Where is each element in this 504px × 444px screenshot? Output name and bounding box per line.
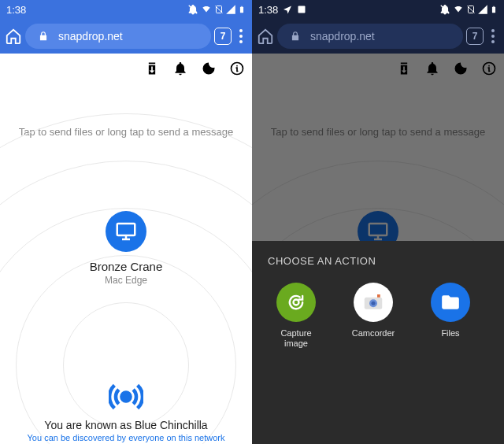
- action-label: Capture image: [268, 328, 324, 349]
- status-bar: 1:38: [0, 0, 252, 19]
- page-content: Tap to send files or long tap to send a …: [252, 54, 504, 444]
- signal-icon: [225, 4, 236, 15]
- svg-rect-8: [492, 7, 495, 13]
- phone-left: 1:38 snapdrop.net 7: [0, 0, 252, 444]
- overflow-menu-icon[interactable]: [235, 29, 247, 43]
- sheet-title: CHOOSE AN ACTION: [268, 255, 488, 267]
- battery-icon: [490, 4, 498, 15]
- url-text: snapdrop.net: [58, 30, 123, 43]
- svg-rect-1: [240, 7, 243, 13]
- footer: You are known as Blue Chinchilla You can…: [0, 379, 252, 444]
- send-icon: [283, 5, 292, 14]
- overflow-menu-icon[interactable]: [487, 29, 499, 43]
- url-bar[interactable]: snapdrop.net: [277, 24, 463, 49]
- url-bar[interactable]: snapdrop.net: [25, 24, 211, 49]
- page-content: Tap to send files or long tap to send a …: [0, 54, 252, 444]
- url-text: snapdrop.net: [310, 30, 375, 43]
- discoverable-text: You can be discovered by everyone on thi…: [0, 433, 252, 442]
- wifi-icon: [452, 4, 465, 15]
- tab-count: 7: [472, 31, 478, 42]
- camcorder-icon: [354, 283, 393, 322]
- signal-icon: [477, 4, 488, 15]
- status-icons: [187, 4, 246, 15]
- action-files[interactable]: Files: [422, 283, 479, 349]
- lock-icon: [35, 28, 52, 45]
- identity-text: You are known as Blue Chinchilla: [0, 419, 252, 431]
- capture-image-icon: [276, 283, 316, 322]
- status-icons: [439, 4, 498, 15]
- svg-rect-16: [377, 294, 380, 298]
- svg-point-12: [294, 300, 299, 305]
- status-bar: 1:38: [252, 0, 504, 19]
- battery-icon: [238, 4, 246, 15]
- bell-off-icon: [439, 4, 450, 15]
- svg-rect-9: [493, 6, 495, 7]
- wifi-icon: [200, 4, 213, 15]
- tab-count-badge[interactable]: 7: [466, 28, 484, 45]
- bell-off-icon: [187, 4, 198, 15]
- status-time: 1:38: [258, 4, 278, 16]
- svg-point-5: [122, 393, 131, 401]
- svg-point-15: [372, 302, 376, 305]
- svg-rect-6: [298, 6, 306, 13]
- action-camcorder[interactable]: Camcorder: [345, 283, 402, 349]
- install-icon[interactable]: [143, 60, 161, 77]
- action-label: Files: [422, 328, 479, 339]
- no-sim-icon: [466, 4, 476, 15]
- lock-icon: [287, 28, 304, 45]
- home-icon[interactable]: [5, 28, 22, 45]
- dark-mode-icon[interactable]: [200, 60, 217, 77]
- info-icon[interactable]: [228, 60, 246, 77]
- picture-icon: [297, 5, 306, 14]
- action-label: Camcorder: [345, 328, 402, 339]
- action-sheet: CHOOSE AN ACTION Capture image Camcorder: [252, 241, 504, 444]
- tab-count-badge[interactable]: 7: [214, 28, 232, 45]
- broadcast-icon: [109, 379, 143, 414]
- browser-bar: snapdrop.net 7: [0, 19, 252, 54]
- no-sim-icon: [214, 4, 224, 15]
- action-capture-image[interactable]: Capture image: [268, 283, 324, 349]
- app-toolbar: [143, 60, 246, 77]
- home-icon[interactable]: [257, 28, 274, 45]
- status-time: 1:38: [6, 4, 26, 16]
- sheet-grid: Capture image Camcorder Files: [268, 283, 488, 366]
- tab-count: 7: [220, 31, 226, 42]
- browser-bar: snapdrop.net 7: [252, 19, 504, 54]
- files-icon: [431, 283, 470, 322]
- phone-right: 1:38 snapdrop.net: [252, 0, 504, 444]
- svg-rect-2: [241, 6, 243, 7]
- notifications-icon[interactable]: [172, 60, 189, 77]
